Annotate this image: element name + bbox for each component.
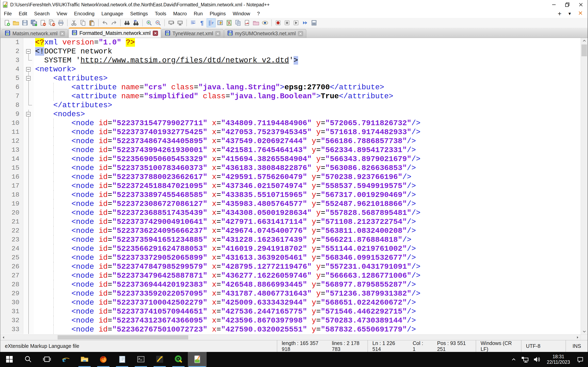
menu-item[interactable]: Edit — [15, 9, 31, 18]
menu-item[interactable]: Encoding — [71, 9, 98, 18]
start-taskbar-button[interactable] — [0, 352, 19, 367]
scroll-left-arrow[interactable] — [0, 334, 7, 340]
menu-item[interactable]: Macro — [170, 9, 190, 18]
task-view-taskbar-button[interactable] — [38, 352, 56, 367]
folder-as-workspace-icon[interactable] — [251, 18, 260, 27]
print-icon[interactable] — [56, 18, 65, 27]
fold-marker[interactable] — [23, 74, 34, 83]
scroll-right-arrow[interactable] — [575, 334, 581, 340]
sync-horizontal-scroll-icon[interactable] — [176, 18, 185, 27]
running-indicator — [172, 366, 185, 367]
close-tab-icon[interactable] — [578, 10, 583, 17]
toolbar-separator — [67, 19, 68, 26]
menu-item[interactable]: Language — [98, 9, 127, 18]
code-line: 5 <attributes> — [0, 74, 581, 83]
menu-item[interactable]: Window — [229, 9, 254, 18]
notepadpp-window: D:\Users\Fereshteh.V6\UK\Traffic Network… — [0, 0, 588, 352]
restore-button[interactable] — [561, 0, 574, 9]
close-button[interactable] — [574, 0, 588, 9]
macro-save-icon[interactable] — [310, 18, 319, 27]
qgis-taskbar-button[interactable] — [169, 352, 188, 367]
code-line: 7 <attribute name="simplified" class="ja… — [0, 92, 581, 101]
code-area[interactable]: 1<?xml version="1.0" ?>2<!DOCTYPE networ… — [0, 38, 581, 334]
horizontal-scroll-track[interactable] — [7, 334, 575, 340]
notepad-taskbar-button[interactable] — [113, 352, 131, 367]
zoom-in-icon[interactable] — [145, 18, 154, 27]
internet-explorer-taskbar-button[interactable]: e — [56, 352, 75, 367]
undo-icon[interactable] — [100, 18, 109, 27]
horizontal-scrollbar[interactable] — [0, 334, 588, 340]
save-icon[interactable] — [20, 18, 29, 27]
menu-item[interactable]: Run — [190, 9, 206, 18]
tab-close-icon[interactable] — [153, 31, 158, 36]
menu-item[interactable]: Tools — [151, 9, 170, 18]
editor[interactable]: 1<?xml version="1.0" ?>2<!DOCTYPE networ… — [0, 38, 588, 334]
new-file-icon[interactable] — [2, 18, 11, 27]
show-indent-guide-icon[interactable] — [207, 18, 216, 27]
tab[interactable]: TyneWear.net.xml — [162, 29, 224, 38]
vertical-scroll-thumb[interactable] — [581, 44, 587, 56]
file-explorer-taskbar-button[interactable] — [75, 352, 94, 367]
code-line: 16 <node id="5223737880023662617" x="429… — [0, 173, 581, 182]
taskbar-clock[interactable]: 18:31 22/11/2023 — [543, 354, 574, 365]
volume-icon[interactable] — [532, 355, 541, 364]
fold-marker[interactable] — [23, 47, 34, 56]
zoom-out-icon[interactable] — [154, 18, 163, 27]
horizontal-scroll-thumb[interactable] — [58, 335, 188, 340]
command-prompt-taskbar-button[interactable] — [131, 352, 150, 367]
code-line: 28 <node id="5223736944420192383" x="426… — [0, 280, 581, 289]
copy-icon[interactable] — [78, 18, 87, 27]
menu-item[interactable]: View — [53, 9, 71, 18]
tray-expand-icon[interactable] — [509, 356, 519, 363]
paste-icon[interactable] — [87, 18, 96, 27]
macro-stop-icon[interactable] — [283, 18, 292, 27]
firefox-taskbar-button[interactable] — [94, 352, 113, 367]
show-all-characters-icon[interactable]: ¶ — [198, 18, 207, 27]
find-icon[interactable] — [122, 18, 131, 27]
menu-item[interactable]: Search — [31, 9, 53, 18]
tab[interactable]: Formatted_Matsim.network.xml — [69, 27, 161, 38]
scroll-down-arrow[interactable] — [581, 329, 588, 334]
status-bar: eXtensible Markup Language file length :… — [0, 340, 588, 352]
tab-close-icon[interactable] — [215, 31, 221, 36]
close-all-icon[interactable] — [47, 18, 56, 27]
sync-vertical-scroll-icon[interactable] — [167, 18, 176, 27]
tab[interactable]: Matsim.network.xml — [2, 29, 68, 38]
search-taskbar-button[interactable] — [19, 352, 38, 367]
code-text: <node id="5223733592022057095" x="431787… — [34, 289, 581, 298]
document-list-icon[interactable] — [233, 18, 242, 27]
action-center-icon[interactable] — [575, 355, 585, 364]
document-map-icon[interactable] — [225, 18, 233, 27]
word-wrap-icon[interactable] — [189, 18, 198, 27]
line-number: 18 — [0, 191, 23, 200]
close-icon[interactable] — [38, 18, 47, 27]
view-current-file-icon[interactable] — [260, 18, 269, 27]
new-tab-button[interactable]: + — [558, 10, 562, 17]
menu-item[interactable]: Plugins — [206, 9, 229, 18]
replace-icon[interactable]: ab — [131, 18, 140, 27]
cut-icon[interactable] — [69, 18, 78, 27]
tab-close-icon[interactable] — [298, 31, 303, 36]
tab[interactable]: mySUMOnetwork3.net.xml — [224, 29, 306, 38]
minimize-button[interactable] — [547, 0, 561, 9]
tab-list-dropdown-icon[interactable]: ▼ — [568, 11, 572, 16]
notepad-plus-plus-taskbar-button[interactable] — [188, 352, 207, 367]
open-folder-icon[interactable] — [11, 18, 20, 27]
vertical-scrollbar[interactable] — [581, 38, 588, 334]
network-icon[interactable] — [520, 355, 530, 364]
fold-marker[interactable] — [23, 110, 34, 119]
macro-run-multiple-icon[interactable] — [301, 18, 310, 27]
redo-icon[interactable] — [109, 18, 118, 27]
menu-item[interactable]: ? — [254, 9, 263, 18]
tab-close-icon[interactable] — [60, 31, 65, 36]
save-all-icon[interactable] — [29, 18, 38, 27]
menu-item[interactable]: Settings — [127, 9, 151, 18]
macro-record-icon[interactable] — [274, 18, 283, 27]
netedit-taskbar-button[interactable] — [150, 352, 169, 367]
menu-item[interactable]: File — [0, 9, 15, 18]
function-list-icon[interactable] — [216, 18, 225, 27]
monitoring-icon[interactable] — [242, 18, 251, 27]
scroll-up-arrow[interactable] — [581, 38, 588, 44]
macro-playback-icon[interactable] — [292, 18, 301, 27]
fold-marker[interactable] — [23, 65, 34, 74]
